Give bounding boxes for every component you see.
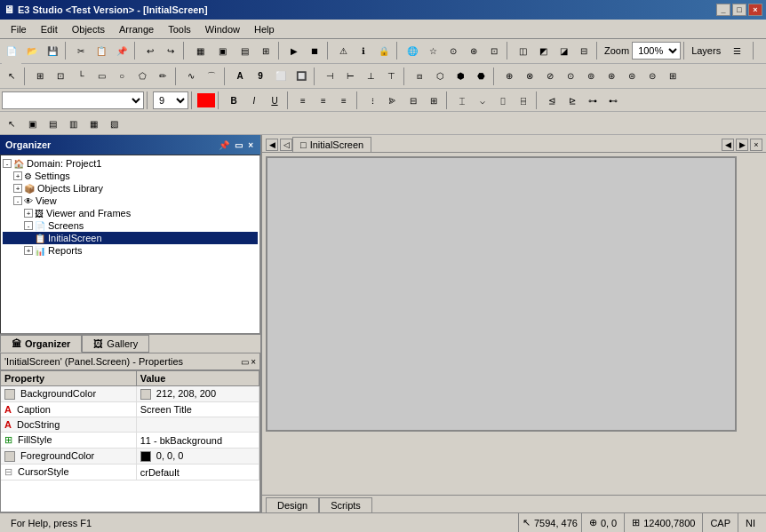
props-close-button[interactable]: × [251, 357, 256, 367]
tb-info[interactable]: ℹ [354, 41, 373, 60]
prop-val-bgcolor[interactable]: 212, 208, 200 [136, 386, 259, 402]
organizer-float-button[interactable]: ▭ [233, 140, 244, 150]
format-10[interactable]: ⊵ [563, 91, 582, 110]
cut-button[interactable]: ✂ [71, 41, 91, 60]
tool-align3[interactable]: ⊥ [361, 67, 380, 86]
canvas-scroll-right[interactable]: ▶ [736, 139, 748, 151]
tree-item-objects[interactable]: + 📦 Objects Library [3, 182, 258, 195]
tab-design[interactable]: Design [266, 497, 319, 513]
format-4[interactable]: ⊞ [424, 91, 443, 110]
save-button[interactable]: 💾 [43, 41, 62, 60]
paste-button[interactable]: 📌 [112, 41, 132, 60]
tb-icon2[interactable]: ▣ [211, 41, 233, 60]
layers-button[interactable]: ☰ [723, 41, 750, 60]
tb-obj2[interactable]: ☆ [423, 41, 443, 60]
canvas-wrapper[interactable] [262, 153, 766, 495]
prop-val-cursorstyle[interactable]: crDefault [136, 465, 259, 480]
copy-button[interactable]: 📋 [92, 41, 111, 60]
organizer-pin-button[interactable]: 📌 [217, 140, 231, 150]
maximize-button[interactable]: □ [732, 4, 746, 16]
italic-button[interactable]: I [244, 91, 264, 110]
tb-warn[interactable]: ⚠ [333, 41, 353, 60]
expand-viewer[interactable]: + [24, 209, 33, 218]
prop-val-caption[interactable]: Screen Title [136, 402, 259, 417]
close-button[interactable]: × [748, 4, 762, 16]
menu-file[interactable]: File [4, 22, 34, 36]
tool-pencil[interactable]: ✏ [153, 67, 172, 86]
tool-r2[interactable]: ⊗ [520, 67, 539, 86]
format-7[interactable]: ⌷ [493, 91, 513, 110]
tool-l1[interactable]: ⧈ [410, 67, 429, 86]
format-5[interactable]: ⌶ [452, 91, 472, 110]
props-float-button[interactable]: ▭ [241, 357, 249, 367]
format-11[interactable]: ⊶ [583, 91, 602, 110]
tree-item-screens[interactable]: - 📄 Screens [3, 219, 258, 232]
extra-4[interactable]: ▥ [63, 114, 83, 133]
tree-item-view[interactable]: - 👁 View [3, 195, 258, 207]
redo-button[interactable]: ↪ [161, 41, 180, 60]
format-3[interactable]: ⊟ [403, 91, 423, 110]
tb-obj1[interactable]: 🌐 [403, 41, 422, 60]
format-2[interactable]: ⫸ [383, 91, 403, 110]
menu-objects[interactable]: Objects [65, 22, 112, 36]
tool-r7[interactable]: ⊜ [622, 67, 642, 86]
align-left[interactable]: ≡ [293, 91, 313, 110]
tool-align1[interactable]: ⊣ [320, 67, 339, 86]
menu-tools[interactable]: Tools [161, 22, 198, 36]
menu-window[interactable]: Window [198, 22, 247, 36]
tree-item-settings[interactable]: + ⚙ Settings [3, 170, 258, 182]
format-6[interactable]: ⌵ [473, 91, 492, 110]
new-button[interactable]: 📄 [2, 41, 21, 60]
extra-5[interactable]: ▦ [84, 114, 103, 133]
tool-2[interactable]: ⊡ [51, 67, 70, 86]
extra-6[interactable]: ▧ [104, 114, 124, 133]
tb-obj4[interactable]: ⊛ [464, 41, 483, 60]
tb-obj9[interactable]: ⊟ [574, 41, 594, 60]
tool-box2[interactable]: 🔲 [291, 67, 311, 86]
tool-box[interactable]: ⬜ [271, 67, 291, 86]
organizer-close-button[interactable]: × [246, 140, 255, 150]
tb-obj7[interactable]: ◩ [533, 41, 553, 60]
open-button[interactable]: 📂 [22, 41, 42, 60]
tree-item-domain[interactable]: - 🏠 Domain: Project1 [3, 157, 258, 170]
menu-arrange[interactable]: Arrange [112, 22, 161, 36]
tab-scripts[interactable]: Scripts [319, 497, 372, 512]
tool-r3[interactable]: ⊘ [540, 67, 560, 86]
font-size-dropdown[interactable]: 9 [153, 91, 188, 109]
canvas-tab-initialscreen[interactable]: □ InitialScreen [292, 137, 371, 152]
font-family-dropdown[interactable] [2, 91, 144, 109]
expand-screens[interactable]: - [24, 221, 33, 230]
expand-objects[interactable]: + [13, 184, 22, 193]
extra-2[interactable]: ▣ [22, 114, 42, 133]
tool-r6[interactable]: ⊛ [602, 67, 621, 86]
tree-item-reports[interactable]: + 📊 Reports [3, 244, 258, 257]
minimize-button[interactable]: _ [716, 4, 730, 16]
extra-1[interactable]: ↖ [2, 114, 21, 133]
tb-stop[interactable]: ⏹ [305, 41, 324, 60]
format-1[interactable]: ⫶ [363, 91, 382, 110]
canvas-nav-first[interactable]: ◀ [266, 139, 278, 151]
expand-settings[interactable]: + [13, 171, 22, 180]
tab-gallery[interactable]: 🖼 Gallery [82, 335, 149, 353]
undo-button[interactable]: ↩ [140, 41, 160, 60]
tb-play[interactable]: ▶ [284, 41, 304, 60]
tool-r8[interactable]: ⊝ [642, 67, 662, 86]
underline-button[interactable]: U [265, 91, 284, 110]
tb-obj5[interactable]: ⊡ [484, 41, 504, 60]
format-9[interactable]: ⊴ [542, 91, 562, 110]
tb-icon3[interactable]: ▤ [234, 41, 255, 60]
tb-obj6[interactable]: ◫ [513, 41, 532, 60]
tool-r1[interactable]: ⊕ [499, 67, 519, 86]
prop-val-fgcolor[interactable]: 0, 0, 0 [136, 449, 259, 465]
expand-reports[interactable]: + [24, 246, 33, 255]
tool-l2[interactable]: ⬡ [430, 67, 450, 86]
expand-domain[interactable]: - [3, 159, 12, 168]
tb-obj8[interactable]: ◪ [554, 41, 573, 60]
select-tool[interactable]: ↖ [2, 67, 21, 86]
tb-lock[interactable]: 🔒 [374, 41, 394, 60]
tb-icon1[interactable]: ▦ [189, 41, 211, 60]
align-right[interactable]: ≡ [334, 91, 354, 110]
tb-icon4[interactable]: ⊞ [256, 41, 275, 60]
extra-3[interactable]: ▤ [43, 114, 62, 133]
tool-align4[interactable]: ⊤ [381, 67, 401, 86]
